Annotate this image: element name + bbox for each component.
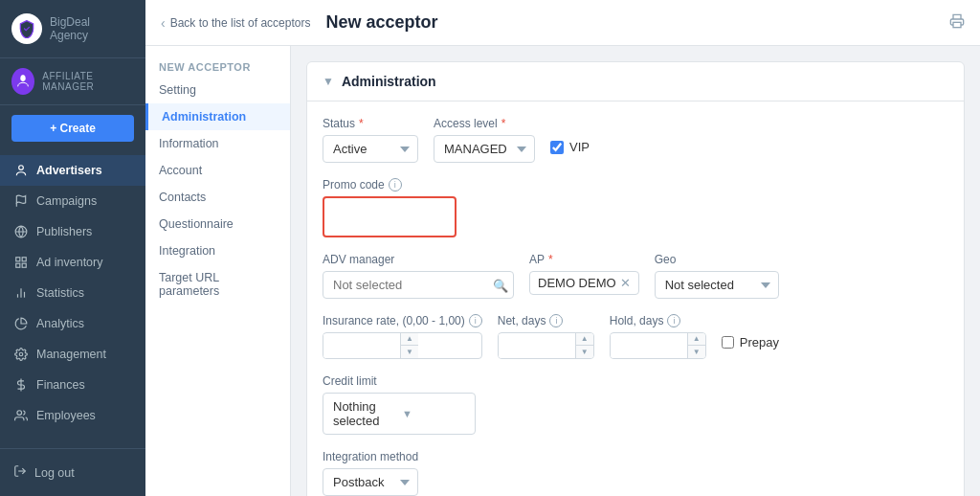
sidebar-item-label: Management — [36, 348, 106, 361]
promo-code-input[interactable] — [332, 206, 447, 228]
form-row-adv: ADV manager 🔍 AP * — [323, 253, 948, 299]
credit-limit-value: Nothing selected — [333, 399, 396, 428]
back-label: Back to the list of acceptors — [170, 16, 311, 30]
net-days-group: Net, days i ▲ ▼ — [498, 314, 594, 359]
ap-value-container: DEMO DEMO ✕ — [529, 271, 639, 295]
flag-icon — [13, 193, 29, 209]
svg-rect-14 — [953, 22, 961, 27]
back-button[interactable]: ‹ Back to the list of acceptors — [161, 15, 310, 31]
svg-rect-3 — [16, 258, 20, 261]
credit-limit-group: Credit limit Nothing selected ▼ — [323, 374, 476, 435]
svg-point-0 — [19, 166, 24, 170]
net-days-down-button[interactable]: ▼ — [576, 346, 593, 358]
insurance-rate-down-button[interactable]: ▼ — [401, 346, 418, 358]
create-button[interactable]: + Create — [11, 115, 134, 142]
ap-clear-button[interactable]: ✕ — [620, 276, 631, 290]
administration-section-header[interactable]: ▼ Administration — [307, 62, 964, 101]
insurance-rate-group: Insurance rate, (0,00 - 1,00) i ▲ ▼ — [323, 314, 482, 359]
adv-manager-input[interactable] — [323, 271, 514, 299]
promo-code-group: Promo code i — [323, 178, 457, 237]
insurance-rate-up-button[interactable]: ▲ — [401, 333, 418, 346]
content-area: New Acceptor Setting Administration Info… — [145, 46, 980, 496]
form-row-promo: Promo code i — [323, 178, 948, 237]
form-row-credit: Credit limit Nothing selected ▼ — [323, 374, 948, 435]
status-select[interactable]: Active Inactive Pending — [323, 135, 418, 163]
svg-point-10 — [19, 352, 23, 356]
sub-sidebar-item-administration[interactable]: Administration — [145, 103, 290, 130]
credit-limit-label: Credit limit — [323, 374, 476, 388]
promo-info-icon: i — [389, 178, 402, 192]
svg-rect-6 — [22, 263, 26, 267]
sidebar-item-analytics[interactable]: Analytics — [0, 308, 145, 339]
administration-section: ▼ Administration Status * Active — [306, 61, 965, 496]
grid-icon — [13, 255, 29, 270]
hold-days-info-icon: i — [667, 314, 680, 327]
ap-group: AP * DEMO DEMO ✕ — [529, 253, 639, 295]
logo-icon — [11, 13, 42, 44]
logout-icon — [13, 464, 27, 481]
sub-sidebar-item-setting[interactable]: Setting — [145, 77, 290, 103]
integration-method-select[interactable]: Postback API Pixel — [323, 468, 418, 496]
main-content: ‹ Back to the list of acceptors New acce… — [145, 0, 980, 496]
user-icon — [13, 163, 29, 178]
ap-value: DEMO DEMO — [538, 276, 616, 290]
sidebar-item-statistics[interactable]: Statistics — [0, 278, 145, 308]
vip-group: VIP — [550, 140, 590, 154]
adv-manager-search-icon[interactable]: 🔍 — [493, 278, 508, 292]
brand-logo: BigDeal Agency — [0, 0, 145, 58]
chevron-down-icon: ▼ — [323, 75, 334, 88]
insurance-rate-label: Insurance rate, (0,00 - 1,00) i — [323, 314, 482, 327]
access-level-select[interactable]: MANAGED SELF LIMITED — [434, 135, 535, 163]
net-days-spinbox: ▲ ▼ — [498, 332, 594, 359]
net-days-up-button[interactable]: ▲ — [576, 333, 593, 346]
sub-sidebar-item-contacts[interactable]: Contacts — [145, 184, 290, 211]
sidebar-item-publishers[interactable]: Publishers — [0, 216, 145, 247]
print-button[interactable] — [949, 13, 965, 33]
sub-sidebar: New Acceptor Setting Administration Info… — [145, 46, 291, 496]
vip-checkbox[interactable] — [550, 141, 564, 154]
main-navigation: Advertisers Campaigns Publishers — [0, 151, 145, 448]
sidebar-item-management[interactable]: Management — [0, 339, 145, 370]
access-level-group: Access level * MANAGED SELF LIMITED — [434, 117, 535, 163]
sidebar-item-advertisers[interactable]: Advertisers — [0, 155, 145, 186]
logout-button[interactable]: Log out — [13, 457, 132, 488]
geo-select[interactable]: Not selected — [655, 271, 779, 299]
sidebar-item-finances[interactable]: Finances — [0, 370, 145, 400]
net-days-input[interactable] — [499, 334, 575, 358]
form-row-status: Status * Active Inactive Pending A — [323, 117, 948, 163]
prepay-label: Prepay — [740, 335, 779, 349]
dollar-icon — [13, 377, 29, 393]
sub-sidebar-item-target-url[interactable]: Target URL parameters — [145, 264, 290, 304]
sidebar-item-label: Campaigns — [36, 194, 97, 208]
svg-rect-4 — [22, 258, 26, 261]
sub-sidebar-item-information[interactable]: Information — [145, 130, 290, 157]
sidebar-item-campaigns[interactable]: Campaigns — [0, 186, 145, 216]
brand-sub: Agency — [50, 29, 90, 42]
hold-days-down-button[interactable]: ▼ — [688, 346, 705, 358]
credit-limit-dropdown[interactable]: Nothing selected ▼ — [323, 393, 476, 435]
sidebar-item-ad-inventory[interactable]: Ad inventory — [0, 247, 145, 278]
sidebar-item-label: Ad inventory — [36, 256, 102, 269]
hold-days-up-button[interactable]: ▲ — [688, 333, 705, 346]
sidebar-item-employees[interactable]: Employees — [0, 400, 145, 431]
hold-days-spinbox-buttons: ▲ ▼ — [687, 333, 705, 358]
form-row-integration: Integration method Postback API Pixel — [323, 450, 948, 496]
sub-sidebar-item-account[interactable]: Account — [145, 157, 290, 184]
geo-label: Geo — [655, 253, 779, 266]
sub-sidebar-item-questionnaire[interactable]: Questionnaire — [145, 211, 290, 237]
status-required: * — [359, 117, 364, 130]
prepay-checkbox[interactable] — [722, 336, 734, 349]
sidebar-item-label: Advertisers — [36, 164, 102, 177]
users-icon — [13, 408, 29, 423]
hold-days-label: Hold, days i — [610, 314, 706, 327]
hold-days-input[interactable] — [611, 334, 687, 358]
sidebar-item-label: Employees — [36, 409, 96, 422]
page-title: New acceptor — [325, 12, 949, 33]
insurance-rate-spinbox: ▲ ▼ — [323, 332, 482, 359]
ap-label: AP * — [529, 253, 639, 266]
sub-sidebar-item-integration[interactable]: Integration — [145, 237, 290, 264]
net-days-spinbox-buttons: ▲ ▼ — [575, 333, 593, 358]
status-group: Status * Active Inactive Pending — [323, 117, 418, 163]
insurance-rate-input[interactable] — [323, 334, 400, 358]
form-area: ▼ Administration Status * Active — [291, 46, 980, 496]
